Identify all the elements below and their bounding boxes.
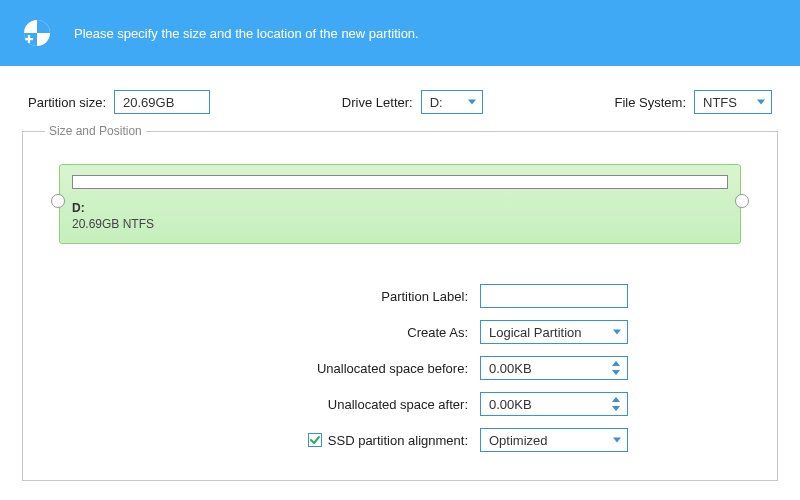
- chevron-down-icon: [613, 330, 621, 335]
- stepper-down-icon[interactable]: [612, 406, 620, 411]
- partition-label-input[interactable]: [480, 284, 628, 308]
- partition-size-label: Partition size:: [28, 95, 106, 110]
- wizard-header: Please specify the size and the location…: [0, 0, 800, 66]
- ssd-alignment-label: SSD partition alignment:: [328, 433, 468, 448]
- partition-block-title: D:: [72, 201, 728, 215]
- ssd-alignment-checkbox[interactable]: [308, 433, 322, 447]
- partition-form: Partition Label: Create As: Logical Part…: [160, 284, 640, 452]
- create-as-value: Logical Partition: [489, 325, 582, 340]
- drive-letter-dropdown[interactable]: D:: [421, 90, 483, 114]
- unalloc-after-value: 0.00KB: [489, 397, 532, 412]
- checkmark-icon: [309, 434, 321, 446]
- unalloc-before-value: 0.00KB: [489, 361, 532, 376]
- ssd-alignment-dropdown[interactable]: Optimized: [480, 428, 628, 452]
- partition-size-input[interactable]: [114, 90, 210, 114]
- file-system-label: File System:: [614, 95, 686, 110]
- file-system-dropdown[interactable]: NTFS: [694, 90, 772, 114]
- partition-block-subtitle: 20.69GB NTFS: [72, 217, 728, 231]
- unalloc-before-label: Unallocated space before:: [160, 361, 468, 376]
- unalloc-before-spinner[interactable]: 0.00KB: [480, 356, 628, 380]
- resize-handle-right[interactable]: [735, 194, 749, 208]
- file-system-value: NTFS: [703, 95, 737, 110]
- fieldset-legend: Size and Position: [45, 124, 146, 138]
- unalloc-after-spinner[interactable]: 0.00KB: [480, 392, 628, 416]
- drive-letter-label: Drive Letter:: [342, 95, 413, 110]
- partition-label-label: Partition Label:: [160, 289, 468, 304]
- partition-inner-bar: [72, 175, 728, 189]
- drive-letter-value: D:: [430, 95, 443, 110]
- create-as-label: Create As:: [160, 325, 468, 340]
- chevron-down-icon: [613, 438, 621, 443]
- chevron-down-icon: [468, 100, 476, 105]
- stepper-up-icon[interactable]: [612, 397, 620, 402]
- wizard-headline: Please specify the size and the location…: [74, 26, 419, 41]
- stepper-up-icon[interactable]: [612, 361, 620, 366]
- partition-visualizer: D: 20.69GB NTFS: [59, 164, 741, 244]
- ssd-alignment-value: Optimized: [489, 433, 548, 448]
- top-controls-row: Partition size: Drive Letter: D: File Sy…: [0, 66, 800, 124]
- app-logo-icon: [22, 18, 52, 48]
- chevron-down-icon: [757, 100, 765, 105]
- svg-rect-2: [28, 35, 30, 43]
- partition-block[interactable]: D: 20.69GB NTFS: [59, 164, 741, 244]
- create-as-dropdown[interactable]: Logical Partition: [480, 320, 628, 344]
- unalloc-after-label: Unallocated space after:: [160, 397, 468, 412]
- stepper-down-icon[interactable]: [612, 370, 620, 375]
- resize-handle-left[interactable]: [51, 194, 65, 208]
- size-position-fieldset: Size and Position D: 20.69GB NTFS Partit…: [22, 124, 778, 481]
